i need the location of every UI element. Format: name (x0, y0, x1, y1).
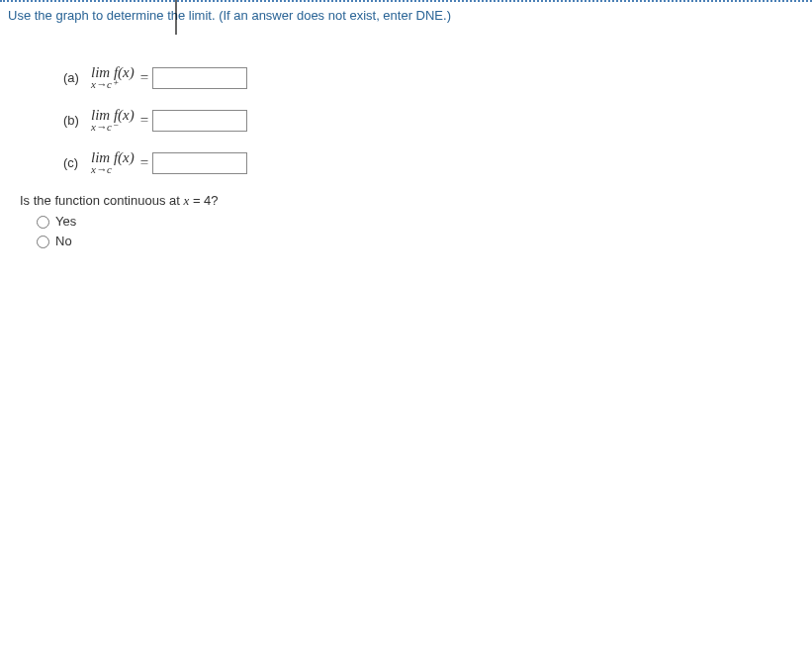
parts-list: (a) lim f(x) x→c⁺ = (b) lim f(x) x→c⁻ = … (63, 65, 804, 175)
limit-graph: 2 4 6 8 4 2 -2 -4 y x (4, (67, 0, 493, 43)
part-c-label: (c) (63, 155, 91, 170)
limit-sub: x→c (91, 164, 112, 175)
equals-sign: = (140, 112, 148, 129)
radio-yes-row: Yes (32, 213, 804, 229)
y-tick-label: -4 (156, 0, 166, 1)
answer-input-b[interactable] (152, 110, 247, 132)
part-b-label: (b) (63, 113, 91, 128)
cont-q-pre: Is the function continuous at (20, 193, 184, 208)
radio-yes-label: Yes (55, 214, 76, 229)
cont-q-post: = 4? (189, 193, 218, 208)
part-a-label: (a) (63, 70, 91, 85)
answer-input-c[interactable] (152, 152, 247, 174)
radio-no-row: No (32, 233, 804, 248)
question-content: Use the graph to determine the limit. (I… (0, 2, 812, 258)
equals-sign: = (140, 69, 148, 86)
part-a-row: (a) lim f(x) x→c⁺ = (63, 65, 804, 90)
radio-no[interactable] (37, 236, 49, 248)
limit-expr-a: lim f(x) x→c⁺ (91, 65, 135, 90)
part-b-row: (b) lim f(x) x→c⁻ = (63, 108, 804, 133)
radio-no-label: No (55, 234, 72, 248)
limit-sub: x→c⁻ (91, 122, 118, 133)
part-c-row: (c) lim f(x) x→c = (63, 150, 804, 175)
graph-figure-real: 2 4 6 8 4 2 -2 -4 y x (4, (67, 0, 804, 46)
limit-expr-c: lim f(x) x→c (91, 150, 135, 175)
answer-input-a[interactable] (152, 67, 247, 89)
radio-yes[interactable] (37, 216, 49, 229)
equals-sign: = (140, 154, 148, 171)
limit-sub: x→c⁺ (91, 79, 118, 90)
limit-expr-b: lim f(x) x→c⁻ (91, 108, 135, 133)
continuity-question: Is the function continuous at x = 4? (20, 193, 804, 209)
